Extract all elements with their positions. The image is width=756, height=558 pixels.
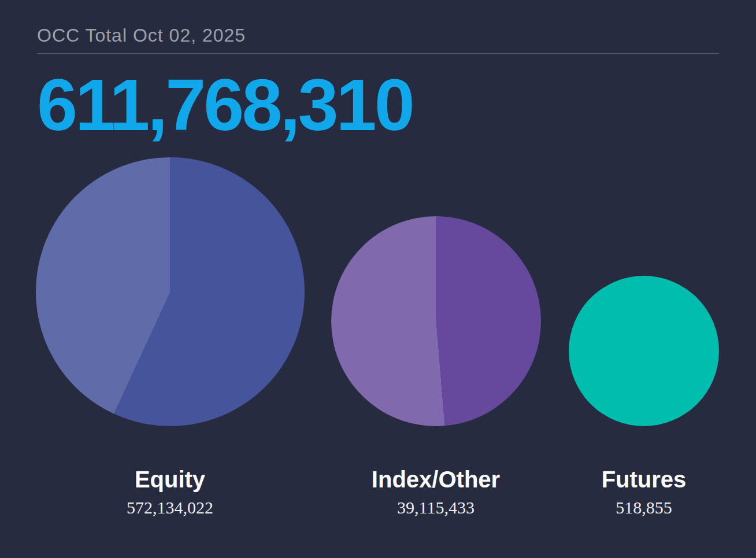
futures-pie[interactable] xyxy=(569,276,719,426)
index-other-label: Index/Other xyxy=(372,468,500,491)
equity-value: 572,134,022 xyxy=(127,499,213,516)
index-other-value: 39,115,433 xyxy=(397,499,475,516)
index-other-pie-area xyxy=(331,154,541,426)
equity-column: Equity 572,134,022 xyxy=(37,154,303,516)
equity-label: Equity xyxy=(135,468,205,491)
index-other-column: Index/Other 39,115,433 xyxy=(303,154,569,516)
futures-column: Futures 518,855 xyxy=(569,154,719,516)
page-title: OCC Total Oct 02, 2025 xyxy=(37,25,719,46)
pie-chart-row: Equity 572,134,022 Index/Other 39,115,43… xyxy=(37,154,719,516)
futures-value: 518,855 xyxy=(616,499,672,516)
futures-label: Futures xyxy=(602,468,687,491)
dashboard: OCC Total Oct 02, 2025 611,768,310 Equit… xyxy=(0,0,756,558)
futures-pie-area xyxy=(569,154,719,426)
total-volume-value: 611,768,310 xyxy=(37,69,719,142)
title-divider xyxy=(37,53,719,54)
equity-pie[interactable] xyxy=(36,157,305,426)
index-other-pie[interactable] xyxy=(331,216,541,426)
equity-pie-area xyxy=(36,154,305,426)
